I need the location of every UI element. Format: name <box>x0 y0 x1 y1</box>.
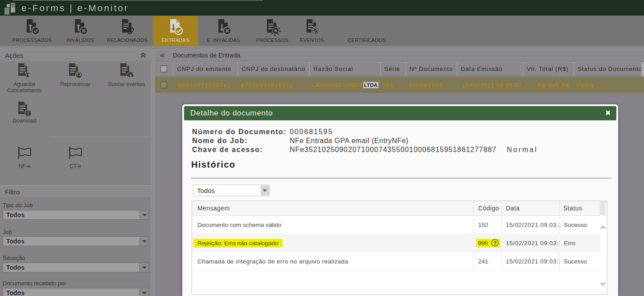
svg-text:?: ? <box>493 240 496 246</box>
